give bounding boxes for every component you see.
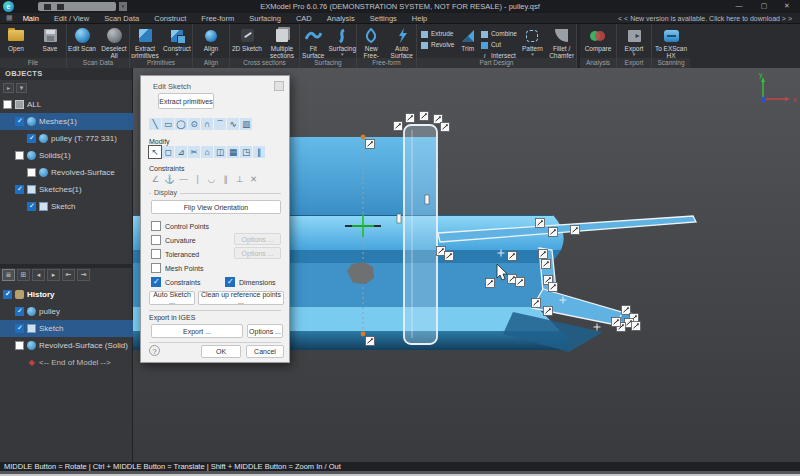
export-button[interactable]: Export▾ (618, 27, 651, 56)
arc-3pt-tool-icon[interactable]: ⌒ (214, 118, 226, 130)
checkbox[interactable] (15, 151, 24, 160)
history-item-sketch[interactable]: Sketch (0, 320, 133, 337)
checkbox[interactable] (27, 168, 36, 177)
fillet-tool-icon[interactable]: ⌂ (201, 146, 213, 158)
to-exscan-hx-button[interactable]: To EXScan HX (655, 27, 688, 59)
tangent-constraint-icon[interactable]: ◡ (205, 173, 218, 185)
checkbox[interactable] (15, 341, 24, 350)
tree-item-solids[interactable]: Solids(1) (0, 147, 133, 164)
menu-surfacing[interactable]: Surfacing (249, 14, 281, 23)
offset-tool-icon[interactable]: ∥ (253, 146, 265, 158)
dialog-close-icon[interactable] (274, 81, 284, 91)
parallel-constraint-icon[interactable]: ∥ (219, 173, 232, 185)
history-go-end-button[interactable]: ⇥ (77, 269, 90, 281)
auto-surface-button[interactable]: Auto Surface (388, 27, 417, 59)
maximize-button[interactable]: ▢ (753, 0, 775, 12)
menu-free-form[interactable]: Free-form (201, 14, 234, 23)
open-button[interactable]: Open (0, 27, 32, 52)
menu-settings[interactable]: Settings (370, 14, 397, 23)
centerline-endpoint-bottom[interactable] (361, 332, 366, 337)
checkbox-checked[interactable] (15, 117, 24, 126)
objects-expand-button[interactable]: ▸ (3, 83, 14, 93)
dimensions-checkbox-row[interactable]: Dimensions (225, 277, 276, 287)
checkbox[interactable] (151, 235, 161, 245)
checkbox-checked[interactable] (27, 202, 36, 211)
slot-tool-icon[interactable]: ▥ (240, 118, 252, 130)
tree-item-sketch[interactable]: Sketch (0, 198, 133, 215)
toleranced-checkbox-row[interactable]: Toleranced (151, 249, 199, 259)
checkbox-checked[interactable] (15, 185, 24, 194)
history-item-pulley[interactable]: pulley (0, 303, 133, 320)
cancel-button[interactable]: Cancel (246, 345, 284, 358)
extract-primitives-button[interactable]: Extract primitives (130, 27, 160, 59)
history-tree-view-button[interactable]: ⊞ (17, 269, 30, 281)
fit-surface-button[interactable]: Fit Surface (300, 27, 327, 59)
cut-button[interactable]: Cut (481, 41, 518, 49)
menu-construct[interactable]: Construct (154, 14, 186, 23)
update-notice-link[interactable]: < < New version is available. Click here… (618, 15, 792, 22)
checkbox[interactable] (151, 249, 161, 259)
anchor-constraint-icon[interactable]: ⚓ (163, 173, 176, 185)
menu-cad[interactable]: CAD (296, 14, 312, 23)
menu-edit-view[interactable]: Edit / View (54, 14, 89, 23)
checkbox-checked[interactable] (27, 134, 36, 143)
ok-button[interactable]: OK (201, 345, 241, 358)
polyline-tool-icon[interactable]: ∿ (227, 118, 239, 130)
revolve-button[interactable]: Revolve (421, 41, 455, 49)
close-button[interactable]: ✕ (776, 0, 798, 12)
chamfer-tool-icon[interactable]: ◳ (240, 146, 252, 158)
checkbox-checked[interactable] (225, 277, 235, 287)
trim-tool-icon[interactable]: ◻ (162, 146, 174, 158)
checkbox[interactable] (3, 100, 12, 109)
delete-constraint-icon[interactable]: ✕ (247, 173, 260, 185)
perpendicular-constraint-icon[interactable]: ⊥ (233, 173, 246, 185)
checkbox[interactable] (151, 221, 161, 231)
menu-scan-data[interactable]: Scan Data (104, 14, 139, 23)
toleranced-options-button[interactable]: Options ... (234, 247, 281, 259)
extend-tool-icon[interactable]: ⊿ (175, 146, 187, 158)
compare-button[interactable]: Compare (582, 27, 615, 52)
checkbox-checked[interactable] (151, 277, 161, 287)
pattern-button[interactable]: Pattern▾ (520, 27, 546, 56)
menu-analysis[interactable]: Analysis (327, 14, 355, 23)
history-item-end-of-model[interactable]: ◆ <-- End of Model --> (0, 354, 133, 371)
select-tool-icon[interactable]: ↖ (149, 146, 161, 158)
history-item-revolved-surface[interactable]: Revolved-Surface (Solid) (0, 337, 133, 354)
export-options-button[interactable]: Options ... (247, 324, 283, 338)
history-list-view-button[interactable]: ≣ (2, 269, 15, 281)
fix-constraint-icon[interactable]: ∠ (149, 173, 162, 185)
construct-button[interactable]: Construct▾ (162, 27, 192, 56)
history-step-back-button[interactable]: ◂ (32, 269, 45, 281)
constraints-checkbox-row[interactable]: Constraints (151, 277, 200, 287)
menu-main[interactable]: Main (23, 14, 39, 23)
surfacing-button[interactable]: Surfacing▾ (329, 27, 356, 56)
rectangle-tool-icon[interactable]: ▭ (162, 118, 174, 130)
circle-tool-icon[interactable]: ◯ (175, 118, 187, 130)
control-points-checkbox-row[interactable]: Control Points (151, 221, 209, 231)
history-step-forward-button[interactable]: ▸ (47, 269, 60, 281)
minimize-button[interactable]: — (728, 0, 750, 12)
auto-sketch-button[interactable]: Auto Sketch ... (149, 291, 195, 305)
2d-sketch-button[interactable]: 2D Sketch (231, 27, 264, 52)
circle-center-tool-icon[interactable]: ⊙ (188, 118, 200, 130)
align-button[interactable]: Align▾ (195, 27, 228, 56)
mesh-points-checkbox-row[interactable]: Mesh Points (151, 263, 204, 273)
edit-scan-button[interactable]: Edit Scan (67, 27, 97, 52)
menu-help[interactable]: Help (412, 14, 427, 23)
horizontal-constraint-icon[interactable]: — (177, 173, 190, 185)
history-go-start-button[interactable]: ⇤ (62, 269, 75, 281)
objects-filter-button[interactable]: ▼ (16, 83, 27, 93)
tree-item-all[interactable]: ALL (0, 96, 133, 113)
deselect-all-button[interactable]: Deselect All (99, 27, 129, 59)
vertical-constraint-icon[interactable]: | (191, 173, 204, 185)
checkbox-checked[interactable] (3, 290, 12, 299)
checkbox-checked[interactable] (15, 324, 24, 333)
tree-item-meshes[interactable]: Meshes(1) (0, 113, 133, 130)
fillet-chamfer-button[interactable]: Fillet / Chamfer (547, 27, 576, 59)
curvature-options-button[interactable]: Options ... (234, 233, 281, 245)
checkbox-checked[interactable] (15, 307, 24, 316)
centerline-endpoint-top[interactable] (361, 135, 366, 140)
help-button[interactable]: ? (149, 345, 160, 356)
sketch-arm[interactable] (404, 125, 437, 344)
tree-item-sketches[interactable]: Sketches(1) (0, 181, 133, 198)
